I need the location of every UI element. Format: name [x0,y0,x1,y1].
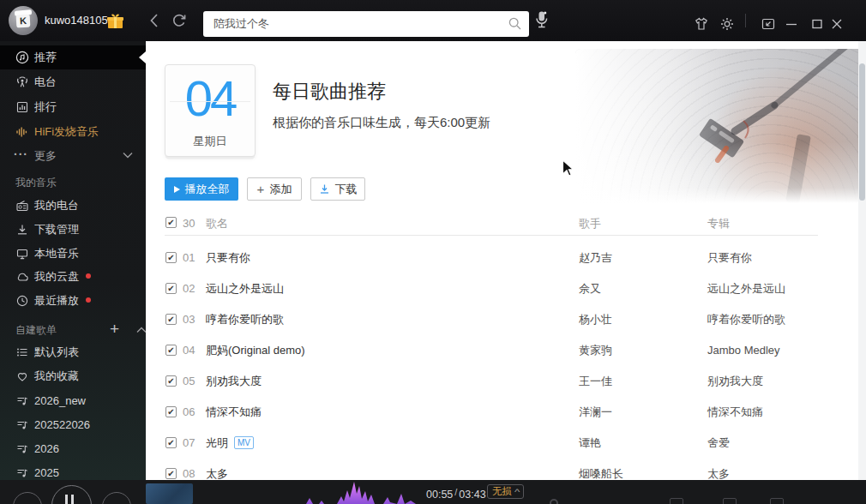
skin-shirt-icon[interactable] [694,16,709,32]
sidebar-item-my-radio[interactable]: 我的电台 [0,194,146,218]
column-song: 歌名 [206,213,228,235]
partial-player-icon[interactable] [723,498,737,504]
now-playing-album-art[interactable] [146,483,193,504]
play-all-button[interactable]: 播放全部 [165,177,238,201]
sidebar-item-recommend[interactable]: 推荐 [0,45,146,69]
settings-gear-icon[interactable] [719,16,735,32]
artist-name[interactable]: 赵乃吉 [579,243,612,273]
back-icon[interactable] [148,13,159,28]
download-button[interactable]: 下载 [310,177,365,201]
current-time: 00:55 [426,489,453,501]
sidebar-item-radio[interactable]: 电台 [0,70,146,94]
partial-player-icon[interactable] [670,498,683,504]
previous-track-button[interactable] [13,492,42,504]
row-number: 04 [183,335,195,366]
table-row[interactable]: ✔ 05 别劝我大度 王一佳 别劝我大度 [146,366,866,397]
sidebar-item-label: 电台 [34,70,57,94]
scrollbar-thumb[interactable] [859,63,865,201]
list-icon [15,345,29,359]
next-track-button[interactable] [102,492,131,504]
sidebar-item-default-list[interactable]: 默认列表 [0,340,146,364]
sidebar-item-label: 排行 [34,95,57,119]
album-name[interactable]: 别劝我大度 [707,366,763,397]
song-name[interactable]: 肥妈(Original demo) [206,335,305,366]
scrollbar-track[interactable] [858,41,866,480]
table-row[interactable]: ✔ 07 光明MV 谭艳 舍爱 [146,428,866,459]
artist-name[interactable]: 黄家驹 [579,335,612,366]
table-row[interactable]: ✔ 04 肥妈(Original demo) 黄家驹 Jambo Medley [146,335,866,366]
row-checkbox[interactable]: ✔ [165,375,177,387]
microphone-icon[interactable] [533,10,550,32]
row-checkbox[interactable]: ✔ [165,314,177,325]
song-name[interactable]: 情深不知痛 [206,397,262,428]
artist-name[interactable]: 王一佳 [579,366,612,397]
table-row[interactable]: ✔ 08 太多 烟嗓船长 太多 [146,459,866,480]
maximize-icon[interactable] [809,16,825,32]
artist-name[interactable]: 杨小壮 [579,304,612,335]
heart-icon [15,369,29,383]
table-row[interactable]: ✔ 02 远山之外是远山 佘又 远山之外是远山 [146,273,866,304]
artist-name[interactable]: 佘又 [579,273,601,304]
chevron-down-icon[interactable] [122,151,134,159]
row-checkbox[interactable]: ✔ [165,406,177,417]
minimize-icon[interactable] [784,16,799,32]
song-name[interactable]: 太多 [206,459,228,480]
playlist-music-icon [15,418,29,432]
partial-player-icon[interactable] [770,498,784,504]
song-name[interactable]: 别劝我大度 [206,366,262,397]
sidebar-item-ranking[interactable]: 排行 [0,95,146,119]
album-name[interactable]: 太多 [707,459,730,480]
gift-icon[interactable] [106,14,124,29]
sidebar-item-playlist[interactable]: 2026 [0,437,146,461]
album-name[interactable]: 哼着你爱听的歌 [707,304,785,335]
pause-icon [65,495,74,504]
app-logo-icon[interactable]: K [9,6,38,35]
mini-mode-icon[interactable] [761,16,776,32]
select-all-checkbox[interactable]: ✔ [165,217,177,228]
quality-selector[interactable]: 无损 ^ [487,484,524,499]
sidebar-item-hifi[interactable]: HiFi发烧音乐 [0,120,146,144]
sidebar-item-local-music[interactable]: 本地音乐 [0,242,146,266]
sidebar-item-downloads[interactable]: 下载管理 [0,218,146,242]
titlebar-divider [745,14,746,27]
song-name[interactable]: 光明 [206,436,228,449]
row-checkbox[interactable]: ✔ [165,283,177,294]
album-name[interactable]: Jambo Medley [707,335,780,366]
album-name[interactable]: 只要有你 [707,243,752,273]
table-row[interactable]: ✔ 03 哼着你爱听的歌 杨小壮 哼着你爱听的歌 [146,304,866,335]
row-checkbox[interactable]: ✔ [165,345,177,356]
row-number: 03 [183,304,195,335]
sidebar-item-more[interactable]: ··· 更多 [0,144,146,168]
album-name[interactable]: 情深不知痛 [707,397,763,428]
song-name[interactable]: 远山之外是远山 [206,273,284,304]
close-icon[interactable] [829,16,845,32]
row-checkbox[interactable]: ✔ [165,252,177,263]
add-playlist-icon[interactable]: + [110,320,119,339]
sidebar-item-cloud-drive[interactable]: 我的云盘 [0,265,146,289]
album-name[interactable]: 舍爱 [707,428,730,459]
table-row[interactable]: ✔ 06 情深不知痛 洋澜一 情深不知痛 [146,397,866,428]
add-button[interactable]: + 添加 [247,177,302,201]
artist-name[interactable]: 洋澜一 [579,397,612,428]
search-icon[interactable] [508,16,522,31]
artist-name[interactable]: 谭艳 [579,428,601,459]
download-icon [15,223,29,237]
search-input[interactable] [203,11,529,37]
album-name[interactable]: 远山之外是远山 [707,273,785,304]
mv-badge[interactable]: MV [234,436,254,449]
artist-name[interactable]: 烟嗓船长 [579,459,623,480]
partial-player-icon[interactable] [550,499,558,504]
table-row[interactable]: ✔ 01 只要有你 赵乃吉 只要有你 [146,243,866,273]
refresh-icon[interactable] [171,12,188,29]
song-name[interactable]: 哼着你爱听的歌 [206,304,284,335]
row-checkbox[interactable]: ✔ [165,437,177,448]
waveform-icon [15,125,29,139]
sidebar-item-recent[interactable]: 最近播放 [0,289,146,313]
row-number: 01 [183,243,195,273]
sidebar-item-playlist[interactable]: 202522026 [0,413,146,437]
sidebar-item-playlist[interactable]: 2026_new [0,389,146,413]
song-name[interactable]: 只要有你 [206,243,250,273]
row-checkbox[interactable]: ✔ [165,468,177,479]
monitor-icon [15,247,29,261]
sidebar-item-favorites[interactable]: 我的收藏 [0,364,146,388]
